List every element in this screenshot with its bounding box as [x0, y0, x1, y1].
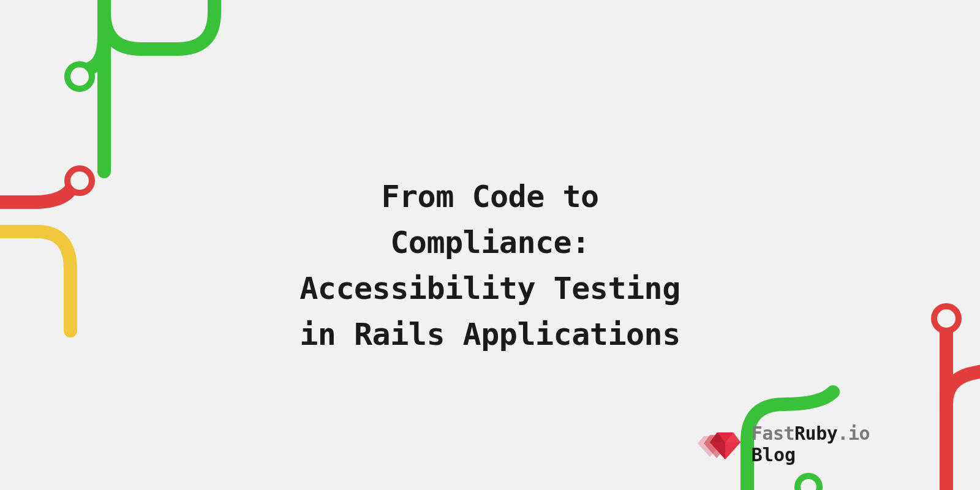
brand-text: FastRuby.io Blog: [752, 423, 870, 466]
svg-point-0: [67, 64, 92, 89]
article-title: From Code to Compliance: Accessibility T…: [300, 174, 680, 358]
svg-point-3: [934, 306, 959, 331]
svg-point-1: [67, 168, 92, 193]
ruby-icon: [698, 428, 741, 462]
brand-prefix: Fast: [752, 423, 794, 444]
svg-point-2: [797, 476, 820, 490]
brand-name: FastRuby.io: [752, 423, 870, 445]
brand-subtitle: Blog: [752, 445, 870, 466]
svg-marker-11: [725, 442, 741, 459]
brand-bold: Ruby: [794, 423, 837, 444]
brand-suffix: .io: [837, 423, 870, 444]
brand-block: FastRuby.io Blog: [698, 423, 870, 466]
